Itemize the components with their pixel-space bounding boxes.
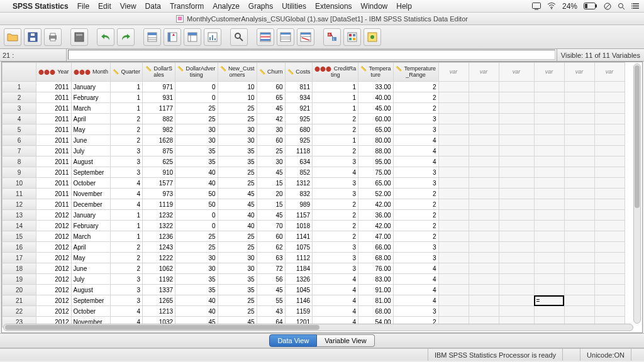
column-header[interactable]: ⬤⬤⬤ Month [71,63,111,82]
cell[interactable]: 3 [111,146,143,156]
cell[interactable]: 15 [257,178,285,189]
cell[interactable]: 1119 [143,199,175,210]
cell[interactable]: 1312 [285,178,313,189]
cell[interactable] [499,167,534,178]
cell[interactable] [499,178,534,189]
cell[interactable]: 55 [257,295,285,306]
screen-mirror-icon[interactable] [532,3,541,10]
cell[interactable]: 625 [143,156,175,167]
cell[interactable]: 35 [175,274,218,285]
cell[interactable]: 2012 [36,295,72,306]
row-header[interactable]: 14 [3,221,36,231]
cell[interactable]: 2012 [36,263,72,274]
cell[interactable]: 60 [257,135,285,146]
cell[interactable]: 1213 [143,306,175,317]
cell[interactable]: 1265 [143,295,175,306]
cell[interactable] [438,167,469,178]
cell[interactable] [499,189,534,199]
cell[interactable]: 3 [313,156,358,167]
cell[interactable]: 40 [175,178,218,189]
row-header[interactable]: 17 [3,253,36,263]
cell[interactable]: 25 [175,242,218,253]
column-header[interactable]: 📏 Costs [285,63,313,82]
cell[interactable]: 3 [393,178,438,189]
cell[interactable] [499,231,534,242]
cell[interactable]: 925 [285,114,313,124]
cell[interactable]: February [71,92,111,103]
cell[interactable]: 1628 [143,135,175,146]
cell[interactable]: 30 [175,253,218,263]
cell[interactable]: 40 [218,210,257,221]
cell[interactable]: 35 [175,285,218,295]
cell[interactable]: January [71,210,111,221]
cell[interactable]: 2011 [36,92,72,103]
column-header[interactable]: 📏 Quarter [111,63,143,82]
cell[interactable] [594,114,625,124]
cell[interactable] [534,178,564,189]
cell[interactable]: 2011 [36,199,72,210]
cell[interactable] [534,221,564,231]
cell[interactable]: 4 [393,146,438,156]
cell[interactable]: 1232 [143,210,175,221]
cell[interactable] [534,253,564,263]
cell[interactable]: 1157 [285,210,313,221]
cell[interactable] [499,295,534,306]
cell[interactable]: 35 [218,146,257,156]
cell[interactable]: 33.00 [358,82,393,92]
cell[interactable]: 35 [175,146,218,156]
cell[interactable] [469,92,499,103]
cell[interactable]: 30 [257,124,285,135]
row-header[interactable]: 22 [3,306,36,317]
cell[interactable] [469,146,499,156]
cell[interactable]: 63 [257,253,285,263]
cell[interactable]: March [71,231,111,242]
cell[interactable]: 20 [257,189,285,199]
cell[interactable] [564,114,594,124]
cell[interactable]: 4 [393,156,438,167]
cell[interactable]: 910 [143,167,175,178]
cell[interactable]: 2011 [36,167,72,178]
cell[interactable]: 832 [285,189,313,199]
row-header[interactable]: 15 [3,231,36,242]
cell[interactable]: 921 [285,103,313,114]
column-header[interactable]: 📏 DollarAdvertising [175,63,218,82]
cell[interactable] [564,167,594,178]
cell[interactable]: 1 [111,82,143,92]
cell[interactable] [499,199,534,210]
cell[interactable] [534,114,564,124]
cell[interactable] [499,82,534,92]
cell[interactable] [594,285,625,295]
cell[interactable] [499,156,534,167]
vertical-scrollbar[interactable] [633,63,641,324]
cell[interactable]: 875 [143,146,175,156]
cell[interactable]: 4 [313,306,358,317]
cell[interactable]: 52.00 [358,189,393,199]
cell[interactable]: 3 [111,285,143,295]
cell[interactable]: 3 [393,124,438,135]
cell[interactable]: 42.00 [358,199,393,210]
cell[interactable] [534,103,564,114]
cell[interactable]: 88.00 [358,146,393,156]
cell[interactable]: 0 [175,210,218,221]
cell[interactable] [534,263,564,274]
cell[interactable]: 10 [218,92,257,103]
cell[interactable]: 2 [393,221,438,231]
run-descriptives-button[interactable] [204,28,221,46]
cell[interactable]: 50 [175,199,218,210]
cell[interactable]: 3 [111,274,143,285]
cell[interactable]: 45 [257,285,285,295]
cell[interactable]: 1141 [285,231,313,242]
cell[interactable] [564,231,594,242]
cell[interactable]: 35 [218,156,257,167]
cell[interactable]: 1 [313,82,358,92]
cell[interactable]: 25 [218,167,257,178]
cell[interactable]: 25 [175,103,218,114]
cell[interactable]: 1159 [285,306,313,317]
app-name[interactable]: SPSS Statistics [13,2,69,11]
cell[interactable]: 25 [175,114,218,124]
cell[interactable]: 882 [143,114,175,124]
cell[interactable]: 1 [313,135,358,146]
cell[interactable] [469,295,499,306]
row-header[interactable]: 13 [3,210,36,221]
column-header[interactable]: 📏 New_Customers [218,63,257,82]
